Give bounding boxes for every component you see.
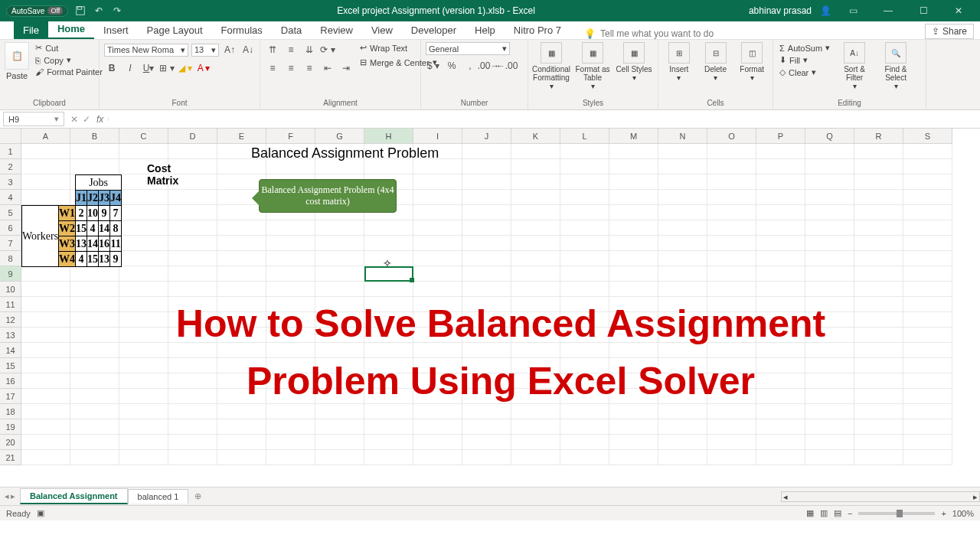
format-painter-button[interactable]: 🖌Format Painter (34, 67, 104, 77)
bold-button[interactable]: B (104, 60, 119, 76)
horizontal-scrollbar[interactable]: ◂▸ (781, 491, 980, 502)
row-header-2[interactable]: 2 (0, 159, 21, 174)
autosave-toggle[interactable]: AutoSave Off (6, 5, 68, 17)
share-button[interactable]: ⇪Share (925, 24, 974, 39)
cell-styles-button[interactable]: ▦Cell Styles ▾ (616, 42, 652, 82)
save-icon[interactable] (74, 5, 87, 17)
currency-icon[interactable]: $ ▾ (426, 58, 441, 73)
font-name-combo[interactable]: Times New Roma▾ (104, 44, 188, 57)
tab-home[interactable]: Home (48, 20, 94, 39)
zoom-out-button[interactable]: − (848, 509, 852, 518)
align-right-icon[interactable]: ≡ (302, 60, 317, 76)
col-header-F[interactable]: F (266, 129, 315, 144)
orientation-icon[interactable]: ⟳ ▾ (320, 42, 335, 57)
col-header-I[interactable]: I (413, 129, 462, 144)
cell-w2-j1[interactable]: 15 (76, 221, 87, 236)
row-header-15[interactable]: 15 (0, 358, 21, 373)
row-header-18[interactable]: 18 (0, 404, 21, 419)
row-header-20[interactable]: 20 (0, 435, 21, 450)
cost-matrix-table[interactable]: Jobs J1 J2 J3 J4 Workers W1 21097 W2 154… (21, 174, 122, 267)
col-header-K[interactable]: K (511, 129, 560, 144)
col-header-S[interactable]: S (903, 129, 952, 144)
view-page-break-icon[interactable]: ▤ (834, 508, 841, 518)
decrease-font-icon[interactable]: A↓ (240, 42, 256, 57)
formula-bar[interactable] (108, 118, 980, 121)
row-header-9[interactable]: 9 (0, 266, 21, 282)
col-header-G[interactable]: G (315, 129, 364, 144)
paste-icon[interactable]: 📋 (5, 42, 29, 70)
ribbon-options-icon[interactable]: ▭ (839, 2, 867, 19)
cell-w2-j4[interactable]: 8 (110, 221, 122, 236)
callout-shape[interactable]: Balanced Assignment Problem (4x4 cost ma… (259, 179, 397, 213)
increase-indent-icon[interactable]: ⇥ (338, 60, 354, 76)
col-header-B[interactable]: B (70, 129, 119, 144)
cell-w2-j2[interactable]: 4 (87, 221, 99, 236)
column-headers[interactable]: ABCDEFGHIJKLMNOPQRS (21, 129, 980, 144)
find-select-button[interactable]: 🔍Find & Select ▾ (877, 42, 914, 90)
redo-icon[interactable]: ↷ (111, 5, 123, 17)
undo-icon[interactable]: ↶ (93, 5, 105, 17)
col-header-Q[interactable]: Q (805, 129, 854, 144)
tab-help[interactable]: Help (466, 21, 505, 39)
font-color-button[interactable]: A ▾ (196, 60, 211, 76)
increase-decimal-icon[interactable]: .00→ (481, 58, 496, 73)
cell-w4-j2[interactable]: 15 (87, 252, 99, 267)
copy-button[interactable]: ⎘Copy ▾ (34, 54, 104, 66)
cell-w4-j3[interactable]: 13 (99, 252, 110, 267)
cell-w3-j3[interactable]: 16 (99, 236, 110, 252)
row-header-10[interactable]: 10 (0, 282, 21, 297)
cell-grid[interactable] (21, 144, 980, 487)
col-header-D[interactable]: D (168, 129, 217, 144)
worksheet[interactable]: ABCDEFGHIJKLMNOPQRS 12345678910111213141… (0, 129, 980, 487)
font-size-combo[interactable]: 13▾ (191, 44, 219, 57)
row-header-3[interactable]: 3 (0, 174, 21, 190)
row-header-11[interactable]: 11 (0, 297, 21, 312)
row-header-19[interactable]: 19 (0, 419, 21, 435)
autosum-button[interactable]: ΣAutoSum ▾ (778, 42, 831, 54)
conditional-formatting-button[interactable]: ▦Conditional Formatting ▾ (533, 42, 570, 90)
view-normal-icon[interactable]: ▦ (806, 508, 814, 518)
increase-font-icon[interactable]: A↑ (222, 42, 237, 57)
tab-view[interactable]: View (362, 21, 402, 39)
row-header-6[interactable]: 6 (0, 220, 21, 236)
borders-button[interactable]: ⊞ ▾ (159, 60, 175, 76)
row-header-21[interactable]: 21 (0, 450, 21, 465)
align-center-icon[interactable]: ≡ (283, 60, 299, 76)
row-header-12[interactable]: 12 (0, 312, 21, 328)
tab-nitro[interactable]: Nitro Pro 7 (505, 21, 570, 39)
format-cells-button[interactable]: ◫Format ▾ (736, 42, 768, 82)
italic-button[interactable]: I (122, 60, 138, 76)
cell-w2-j3[interactable]: 14 (99, 221, 110, 236)
row-header-8[interactable]: 8 (0, 251, 21, 266)
col-header-R[interactable]: R (854, 129, 903, 144)
col-header-L[interactable]: L (560, 129, 609, 144)
enter-formula-icon[interactable]: ✓ (83, 114, 90, 125)
tab-review[interactable]: Review (311, 21, 362, 39)
minimize-icon[interactable]: — (874, 2, 902, 19)
col-header-N[interactable]: N (658, 129, 707, 144)
name-box[interactable]: H9▾ (3, 112, 64, 126)
sheet-tab-balanced-assignment[interactable]: Balanced Assignment (20, 488, 128, 504)
cell-w3-j4[interactable]: 11 (110, 236, 122, 252)
col-header-M[interactable]: M (609, 129, 658, 144)
row-header-5[interactable]: 5 (0, 205, 21, 220)
row-header-16[interactable]: 16 (0, 373, 21, 389)
row-header-7[interactable]: 7 (0, 236, 21, 251)
fx-icon[interactable]: fx (96, 114, 108, 125)
cell-w4-j4[interactable]: 9 (110, 252, 122, 267)
sheet-tab-balanced-1[interactable]: balanced 1 (128, 489, 189, 504)
row-header-14[interactable]: 14 (0, 343, 21, 358)
col-header-H[interactable]: H (364, 129, 413, 144)
tab-first-icon[interactable]: ◂ (5, 491, 9, 501)
row-header-1[interactable]: 1 (0, 144, 21, 159)
tab-page-layout[interactable]: Page Layout (138, 21, 212, 39)
paste-button[interactable]: Paste (5, 70, 29, 81)
fill-button[interactable]: ⬇Fill ▾ (778, 54, 831, 66)
select-all-corner[interactable] (0, 129, 21, 144)
align-left-icon[interactable]: ≡ (265, 60, 280, 76)
number-format-combo[interactable]: General▾ (426, 42, 510, 55)
add-sheet-button[interactable]: ⊕ (188, 489, 207, 504)
zoom-in-button[interactable]: + (941, 509, 946, 518)
col-header-J[interactable]: J (462, 129, 511, 144)
fill-color-button[interactable]: ◢ ▾ (178, 60, 193, 76)
